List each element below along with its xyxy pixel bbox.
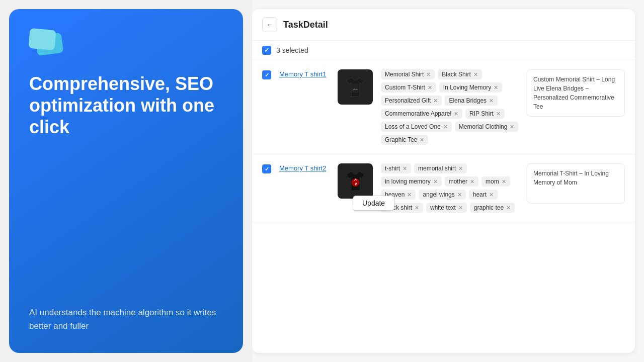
tags-area-1: Memorial Shirt✕ Black Shirt✕ Custom T-Sh… [381, 69, 519, 145]
tag: Memorial Shirt✕ [381, 69, 435, 79]
product-image-1: photo [338, 69, 373, 105]
update-button[interactable]: Update [353, 196, 394, 211]
tag-remove-icon[interactable]: ✕ [506, 205, 511, 211]
tag-remove-icon[interactable]: ✕ [473, 72, 478, 77]
back-button[interactable]: ← [262, 17, 277, 32]
tag: Elena Bridges✕ [445, 96, 498, 106]
tag-remove-icon[interactable]: ✕ [407, 192, 412, 198]
tag: Commemorative Apparel✕ [381, 109, 462, 119]
tag: graphic tee✕ [470, 203, 515, 213]
tag-remove-icon[interactable]: ✕ [496, 111, 501, 117]
tag-remove-icon[interactable]: ✕ [443, 124, 448, 130]
tag-remove-icon[interactable]: ✕ [470, 179, 474, 185]
select-all-checkbox[interactable] [262, 46, 271, 55]
tag-remove-icon[interactable]: ✕ [415, 205, 419, 211]
logo-icon [29, 29, 63, 57]
selection-bar: 3 selected [252, 41, 635, 60]
tag-remove-icon[interactable]: ✕ [457, 192, 462, 198]
tag: Custom T-Shirt✕ [381, 82, 436, 93]
tag-remove-icon[interactable]: ✕ [510, 124, 514, 130]
tag: Personalized Gift✕ [381, 96, 442, 106]
tag-remove-icon[interactable]: ✕ [458, 166, 463, 171]
tag: memorial shirt✕ [414, 163, 467, 173]
tshirt-icon-2 [342, 167, 369, 195]
tag: in loving memory✕ [381, 176, 442, 187]
tag-remove-icon[interactable]: ✕ [458, 205, 463, 211]
tag: Graphic Tee✕ [381, 135, 428, 145]
tag: mom✕ [481, 176, 510, 187]
page-title: TaskDetail [283, 20, 328, 30]
tag-remove-icon[interactable]: ✕ [494, 85, 498, 90]
tag: mother✕ [445, 176, 478, 187]
table-row: Memory T shirt1 photo Memorial Shirt✕ Bl… [252, 60, 635, 154]
tag: Memorial Clothing✕ [455, 122, 519, 132]
product-description-2: Memorial T-Shirt – In Loving Memory of M… [527, 163, 625, 204]
left-headline: Comprehensive, SEO optimization with one… [29, 73, 223, 138]
right-panel: ← TaskDetail 3 selected Memory T shirt1 … [252, 0, 644, 362]
task-rows: Memory T shirt1 photo Memorial Shirt✕ Bl… [252, 60, 635, 353]
tag: Loss of a Loved One✕ [381, 122, 452, 132]
product-link-2[interactable]: Memory T shirt2 [279, 164, 330, 172]
back-arrow-icon: ← [266, 21, 273, 29]
tag-remove-icon[interactable]: ✕ [489, 98, 494, 104]
tags-area-2: t-shirt✕ memorial shirt✕ in loving memor… [381, 163, 519, 213]
product-link-1[interactable]: Memory T shirt1 [279, 70, 330, 78]
tag: In Loving Memory✕ [439, 82, 502, 93]
selected-count-label: 3 selected [276, 46, 308, 54]
left-subtext: AI understands the machine algorithm so … [29, 306, 223, 333]
tag: angel wings✕ [419, 190, 465, 200]
tag: heart✕ [469, 190, 498, 200]
tag-remove-icon[interactable]: ✕ [433, 179, 438, 185]
tag-remove-icon[interactable]: ✕ [426, 72, 431, 77]
tag-remove-icon[interactable]: ✕ [433, 98, 438, 104]
tag-remove-icon[interactable]: ✕ [454, 111, 458, 117]
logo-card-front [28, 28, 56, 50]
tag: Black Shirt✕ [438, 69, 481, 79]
tag-remove-icon[interactable]: ✕ [489, 192, 494, 198]
tag-remove-icon[interactable]: ✕ [420, 137, 424, 143]
tag: RIP Shirt✕ [465, 109, 505, 119]
tag-remove-icon[interactable]: ✕ [428, 85, 432, 90]
row-checkbox-2[interactable] [262, 164, 271, 173]
product-description-1: Custom Memorial Shirt – Long Live Elena … [527, 69, 625, 117]
left-panel: Comprehensive, SEO optimization with one… [9, 9, 243, 353]
table-row: Memory T shirt2 t-shirt✕ memorial shirt✕… [252, 154, 635, 222]
task-header: ← TaskDetail [252, 9, 635, 41]
product-image-2 [338, 163, 373, 199]
row-checkbox-1[interactable] [262, 70, 271, 79]
svg-text:photo: photo [353, 88, 358, 90]
tag-remove-icon[interactable]: ✕ [403, 166, 407, 171]
task-detail-container: ← TaskDetail 3 selected Memory T shirt1 … [252, 9, 635, 353]
tag: white text✕ [426, 203, 467, 213]
tag-remove-icon[interactable]: ✕ [502, 179, 506, 185]
tag: t-shirt✕ [381, 163, 411, 173]
tshirt-icon-1: photo [342, 73, 369, 101]
